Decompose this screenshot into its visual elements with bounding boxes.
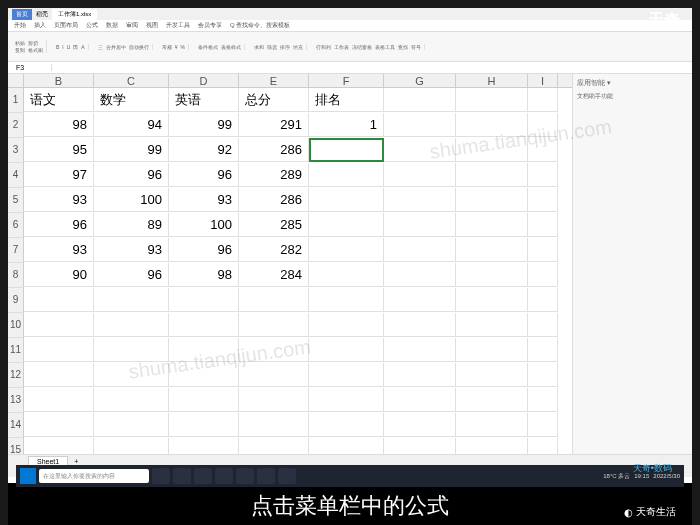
cell-E14[interactable]	[239, 413, 309, 437]
col-header-b[interactable]: B	[24, 74, 94, 87]
cell-F2[interactable]: 1	[309, 113, 384, 137]
tab-data[interactable]: 数据	[106, 21, 118, 30]
taskbar-app[interactable]	[257, 468, 275, 484]
cell-B9[interactable]	[24, 288, 94, 312]
symbol-button[interactable]: 符号	[411, 44, 421, 50]
merge-button[interactable]: 合并居中	[106, 44, 126, 50]
cell-B2[interactable]: 98	[24, 113, 94, 137]
cell-H15[interactable]	[456, 438, 528, 454]
currency-button[interactable]: ¥	[175, 44, 178, 50]
row-header[interactable]: 10	[8, 313, 24, 338]
cell-F3[interactable]	[309, 138, 384, 162]
cell-I14[interactable]	[528, 413, 558, 437]
row-header[interactable]: 15	[8, 438, 24, 454]
sum-button[interactable]: 求和	[254, 44, 264, 50]
cell-I3[interactable]	[528, 138, 558, 162]
cell-F12[interactable]	[309, 363, 384, 387]
cell-H8[interactable]	[456, 263, 528, 287]
fill-button[interactable]: 填充	[293, 44, 303, 50]
spreadsheet-grid[interactable]: B C D E F G H I 1语文数学英语总分排名2989499291139…	[8, 74, 572, 454]
border-button[interactable]: 田	[73, 44, 78, 50]
cell-F15[interactable]	[309, 438, 384, 454]
cell-H14[interactable]	[456, 413, 528, 437]
cell-B11[interactable]	[24, 338, 94, 362]
cell-I2[interactable]	[528, 113, 558, 137]
cell-B8[interactable]: 90	[24, 263, 94, 287]
cell-D6[interactable]: 100	[169, 213, 239, 237]
cell-G8[interactable]	[384, 263, 456, 287]
copy-button[interactable]: 复制	[15, 47, 25, 53]
format-general[interactable]: 常规	[162, 44, 172, 50]
filter-button[interactable]: 筛选	[267, 44, 277, 50]
row-header[interactable]: 14	[8, 413, 24, 438]
cell-I9[interactable]	[528, 288, 558, 312]
col-header-g[interactable]: G	[384, 74, 456, 87]
taskbar-app[interactable]	[215, 468, 233, 484]
sort-button[interactable]: 排序	[280, 44, 290, 50]
row-header[interactable]: 7	[8, 238, 24, 263]
cell-B3[interactable]: 95	[24, 138, 94, 162]
cell-F10[interactable]	[309, 313, 384, 337]
paste-button[interactable]: 粘贴	[15, 40, 25, 46]
tab-formula[interactable]: 公式	[86, 21, 98, 30]
cell-E6[interactable]: 285	[239, 213, 309, 237]
find-button[interactable]: 查找	[398, 44, 408, 50]
cell-I11[interactable]	[528, 338, 558, 362]
cell-E13[interactable]	[239, 388, 309, 412]
cell-I5[interactable]	[528, 188, 558, 212]
cell-D8[interactable]: 98	[169, 263, 239, 287]
cell-B1[interactable]: 语文	[24, 88, 94, 112]
taskbar-app[interactable]	[173, 468, 191, 484]
taskbar-app[interactable]	[194, 468, 212, 484]
cell-G15[interactable]	[384, 438, 456, 454]
cell-E3[interactable]: 286	[239, 138, 309, 162]
cell-C14[interactable]	[94, 413, 169, 437]
cell-C11[interactable]	[94, 338, 169, 362]
table-tools-button[interactable]: 表格工具	[375, 44, 395, 50]
cell-H2[interactable]	[456, 113, 528, 137]
cell-D4[interactable]: 96	[169, 163, 239, 187]
cell-G13[interactable]	[384, 388, 456, 412]
cell-C4[interactable]: 96	[94, 163, 169, 187]
tab-dev[interactable]: 开发工具	[166, 21, 190, 30]
format-painter-button[interactable]: 格式刷	[28, 47, 43, 53]
docer-tab[interactable]: 稻壳	[36, 10, 48, 19]
cell-B7[interactable]: 93	[24, 238, 94, 262]
cell-G12[interactable]	[384, 363, 456, 387]
row-header[interactable]: 9	[8, 288, 24, 313]
cell-C7[interactable]: 93	[94, 238, 169, 262]
cell-B6[interactable]: 96	[24, 213, 94, 237]
cell-F13[interactable]	[309, 388, 384, 412]
cell-E5[interactable]: 286	[239, 188, 309, 212]
workbook-tab[interactable]: 工作簿1.xlsx	[52, 9, 97, 20]
freeze-button[interactable]: 冻结窗格	[352, 44, 372, 50]
cell-D2[interactable]: 99	[169, 113, 239, 137]
row-header[interactable]: 3	[8, 138, 24, 163]
cell-F7[interactable]	[309, 238, 384, 262]
cell-G9[interactable]	[384, 288, 456, 312]
table-style-button[interactable]: 表格样式	[221, 44, 241, 50]
cell-B4[interactable]: 97	[24, 163, 94, 187]
search-commands[interactable]: Q 查找命令、搜索模板	[230, 21, 290, 30]
cell-H12[interactable]	[456, 363, 528, 387]
underline-button[interactable]: U	[67, 44, 71, 50]
cell-B14[interactable]	[24, 413, 94, 437]
cell-G6[interactable]	[384, 213, 456, 237]
cell-G14[interactable]	[384, 413, 456, 437]
cell-B15[interactable]	[24, 438, 94, 454]
cell-C1[interactable]: 数学	[94, 88, 169, 112]
cell-B10[interactable]	[24, 313, 94, 337]
cell-I13[interactable]	[528, 388, 558, 412]
cell-I7[interactable]	[528, 238, 558, 262]
taskbar-app[interactable]	[152, 468, 170, 484]
cell-C9[interactable]	[94, 288, 169, 312]
row-header[interactable]: 4	[8, 163, 24, 188]
taskbar-app[interactable]	[278, 468, 296, 484]
cell-F4[interactable]	[309, 163, 384, 187]
cell-H9[interactable]	[456, 288, 528, 312]
cell-I6[interactable]	[528, 213, 558, 237]
cell-F11[interactable]	[309, 338, 384, 362]
cell-D13[interactable]	[169, 388, 239, 412]
bold-button[interactable]: B	[56, 44, 59, 50]
cell-D14[interactable]	[169, 413, 239, 437]
